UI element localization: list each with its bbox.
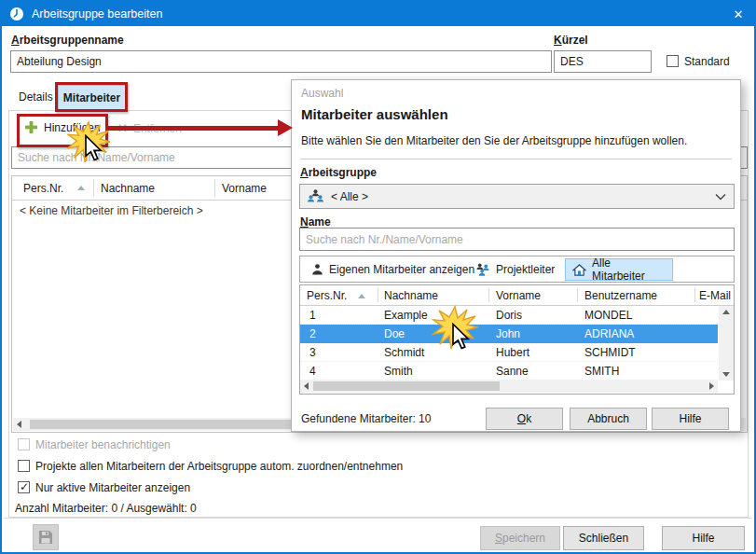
overlay-help-button[interactable]: Hilfe: [652, 408, 729, 430]
table-row[interactable]: 4 Smith Sanne SMITH: [300, 362, 718, 381]
col-email[interactable]: E-Mail: [699, 289, 731, 302]
col-persnr[interactable]: Pers.Nr.: [307, 289, 347, 302]
notify-members-checkbox-box[interactable]: [18, 438, 30, 450]
col-persnr[interactable]: Pers.Nr.: [23, 182, 63, 195]
auto-assign-projects-checkbox[interactable]: Projekte allen Mitarbeitern der Arbeitsg…: [18, 460, 403, 473]
col-benutzername[interactable]: Benutzername: [584, 289, 657, 302]
picker-hscroll-thumb[interactable]: [313, 381, 500, 391]
member-filter-bar: Eigenen Mitarbeiter anzeigen Projektleit…: [299, 256, 735, 283]
table-row[interactable]: 2 Doe John ADRIANA: [300, 325, 718, 343]
col-nachname[interactable]: Nachname: [101, 182, 155, 195]
app-clock-icon: [9, 7, 24, 21]
edit-workgroup-dialog: Arbeitsgruppe bearbeiten ✕ Arbeitsgruppe…: [0, 0, 756, 554]
scroll-up-icon[interactable]: [722, 310, 730, 314]
help-button[interactable]: Hilfe: [662, 526, 745, 550]
workgroup-dropdown[interactable]: < Alle >: [299, 184, 735, 209]
close-icon[interactable]: ✕: [722, 2, 754, 26]
floppy-disk-icon: [38, 530, 53, 545]
scroll-left-icon[interactable]: [17, 421, 21, 428]
org-group-icon: [308, 189, 323, 203]
member-picker-table: Pers.Nr. Nachname Vorname Benutzername E…: [299, 284, 735, 395]
close-button[interactable]: Schließen: [563, 526, 644, 550]
annotation-arrow-line: [108, 126, 279, 131]
standard-checkbox[interactable]: Standard: [667, 55, 730, 68]
overlay-window-title: Auswahl: [301, 87, 343, 100]
table-row[interactable]: 1 Example Doris MONDEL: [300, 306, 718, 325]
filter-all-members[interactable]: Alle Mitarbeiter: [565, 258, 673, 281]
scroll-right-icon[interactable]: [709, 382, 714, 390]
annotation-box-mitarbeiter-tab: [55, 82, 128, 112]
auto-assign-projects-label: Projekte allen Mitarbeitern der Arbeitsg…: [35, 460, 403, 473]
workgroup-name-label: Arbeitsgruppenname: [11, 34, 124, 47]
active-members-only-checkbox[interactable]: Nur aktive Mitarbeiter anzeigen: [18, 481, 190, 494]
overlay-search-input[interactable]: [299, 228, 735, 251]
name-search-label: Name: [300, 215, 331, 229]
col-vorname[interactable]: Vorname: [222, 182, 267, 195]
tab-details[interactable]: Details: [19, 90, 53, 104]
picker-table-hscrollbar[interactable]: [300, 380, 718, 393]
cancel-button[interactable]: Abbruch: [570, 408, 647, 430]
active-members-only-checkbox-box[interactable]: [18, 481, 30, 493]
standard-checkbox-label: Standard: [684, 55, 730, 68]
standard-checkbox-box[interactable]: [667, 55, 679, 67]
mouse-cursor-icon: [451, 323, 472, 353]
active-members-only-label: Nur aktive Mitarbeiter anzeigen: [35, 481, 190, 494]
filter-own-members[interactable]: Eigenen Mitarbeiter anzeigen: [304, 258, 482, 281]
col-nachname[interactable]: Nachname: [384, 289, 438, 302]
overlay-heading: Mitarbeiter auswählen: [301, 106, 448, 122]
save-button[interactable]: Speichern: [480, 526, 560, 550]
footer-separator: [4, 518, 752, 519]
person-icon: [311, 263, 323, 276]
annotation-arrow-head: [278, 119, 293, 136]
notify-members-checkbox[interactable]: Mitarbeiter benachrichtigen: [18, 438, 171, 451]
team-icon: [475, 263, 490, 276]
select-member-dialog: Auswahl Mitarbeiter auswählen Bitte wähl…: [291, 79, 741, 432]
picker-table-vscrollbar[interactable]: [719, 306, 734, 381]
auto-assign-projects-checkbox-box[interactable]: [18, 460, 30, 472]
sort-asc-icon: [77, 186, 85, 190]
save-icon-button[interactable]: [33, 524, 59, 550]
table-row[interactable]: 3 Schmidt Hubert SCHMIDT: [300, 343, 718, 362]
filter-own-members-label: Eigenen Mitarbeiter anzeigen: [329, 263, 474, 276]
kuerzel-field[interactable]: [554, 50, 652, 73]
workgroup-dropdown-value: < Alle >: [331, 190, 368, 203]
kuerzel-label: Kürzel: [554, 34, 588, 47]
overlay-subtitle: Bitte wählen Sie den Mitarbeiter den Sie…: [301, 134, 687, 147]
title-bar: Arbeitsgruppe bearbeiten: [2, 2, 754, 26]
overlay-separator: [300, 159, 732, 159]
picker-table-header: Pers.Nr. Nachname Vorname Benutzername E…: [300, 285, 734, 306]
workgroup-name-field[interactable]: [10, 50, 552, 73]
mouse-cursor-icon: [84, 134, 104, 165]
filter-all-members-label: Alle Mitarbeiter: [592, 256, 666, 283]
filter-projektleiter-label: Projektleiter: [496, 263, 555, 276]
notify-members-label: Mitarbeiter benachrichtigen: [35, 438, 171, 451]
col-vorname[interactable]: Vorname: [496, 289, 541, 302]
workgroup-dropdown-label: Arbeitsgruppe: [300, 166, 377, 179]
scroll-left-icon[interactable]: [304, 382, 309, 390]
sort-asc-icon: [358, 294, 365, 298]
scroll-down-icon[interactable]: [722, 372, 730, 377]
filter-projektleiter[interactable]: Projektleiter: [468, 258, 562, 281]
home-icon: [572, 264, 586, 276]
window-title: Arbeitsgruppe bearbeiten: [32, 7, 162, 21]
found-members-text: Gefundene Mitarbeiter: 10: [301, 412, 431, 425]
chevron-down-icon[interactable]: [715, 193, 726, 201]
empty-table-text: < Keine Mitarbeiter im Filterbereich >: [20, 204, 203, 217]
ok-button[interactable]: Ok: [486, 408, 563, 430]
member-count-text: Anzahl Mitarbeiter: 0 / Ausgewählt: 0: [15, 502, 197, 515]
